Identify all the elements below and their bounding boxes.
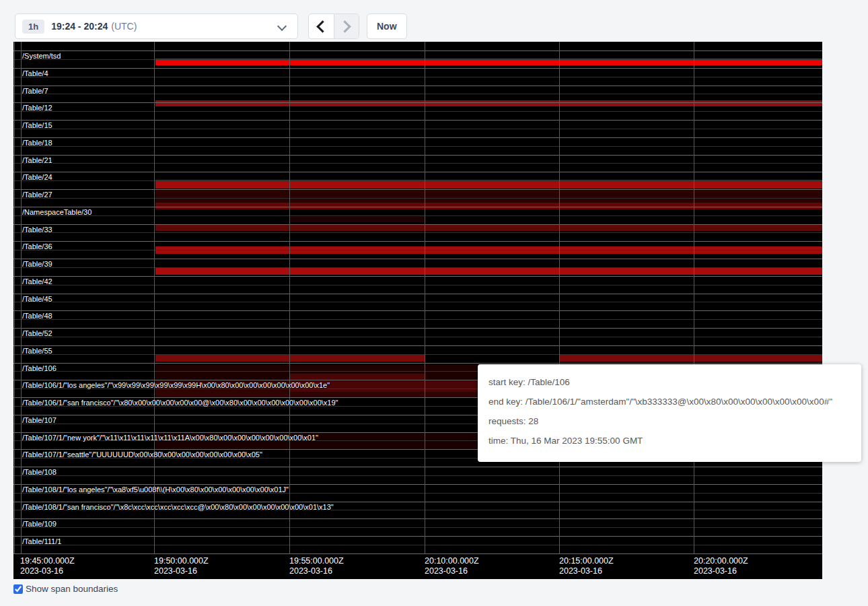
row-label: /Table/15 <box>22 121 52 129</box>
tooltip-end-key: end key: /Table/106/1/"amsterdam"/"\xb33… <box>489 397 851 407</box>
heatmap-band[interactable] <box>289 374 425 380</box>
span-boundary-line <box>13 68 822 69</box>
time-nav-group <box>308 13 359 39</box>
row-label: /Table/52 <box>22 329 52 337</box>
span-sub-boundary-line <box>13 527 822 528</box>
span-sub-boundary-line <box>13 163 822 164</box>
row-label: /Table/12 <box>22 104 52 112</box>
span-sub-boundary-line <box>13 59 822 60</box>
row-label: /Table/24 <box>22 173 52 181</box>
heatmap-band[interactable] <box>694 267 822 275</box>
heatmap-band[interactable] <box>559 224 694 231</box>
row-label: /Table/45 <box>22 295 52 303</box>
span-sub-boundary-line <box>13 111 822 112</box>
heatmap-band[interactable] <box>155 224 289 231</box>
span-sub-boundary-line <box>13 94 822 94</box>
span-sub-boundary-line <box>13 215 822 216</box>
heatmap-band[interactable] <box>559 354 694 362</box>
heatmap-band[interactable] <box>559 180 694 189</box>
span-boundary-line <box>13 137 822 138</box>
heatmap-band[interactable] <box>425 267 559 275</box>
span-boundary-line <box>13 310 822 311</box>
span-boundary-line <box>13 189 822 190</box>
time-gridline <box>21 42 22 553</box>
heatmap-band[interactable] <box>289 224 425 231</box>
axis-tick-label: 19:55:00.000Z 2023-03-16 <box>289 556 344 576</box>
row-label: /Table/108/1/"los angeles"/"\xa8\xf5\u00… <box>22 485 289 494</box>
row-label: /Table/36 <box>22 242 52 250</box>
span-boundary-line <box>13 259 822 259</box>
span-boundary-line <box>13 467 822 467</box>
heatmap-band[interactable] <box>425 180 559 189</box>
row-label: /Table/42 <box>22 277 52 285</box>
now-button-label: Now <box>377 21 397 32</box>
axis-tick-label: 19:50:00.000Z 2023-03-16 <box>154 556 209 576</box>
time-gridline <box>559 42 560 553</box>
heatmap-band[interactable] <box>289 267 425 275</box>
row-label: /Table/7 <box>22 87 48 95</box>
span-sub-boundary-line <box>13 267 822 268</box>
tooltip-start-key: start key: /Table/106 <box>489 377 851 387</box>
row-label: /Table/106/1/"san francisco"/"\x80\x00\x… <box>22 399 338 407</box>
span-boundary-line <box>13 502 822 502</box>
heatmap-band[interactable] <box>425 224 559 231</box>
span-sub-boundary-line <box>13 77 822 77</box>
heatmap-band[interactable] <box>289 354 425 362</box>
span-sub-boundary-line <box>13 180 822 181</box>
span-sub-boundary-line <box>13 337 822 337</box>
span-boundary-line <box>13 363 822 364</box>
show-span-boundaries-label[interactable]: Show span boundaries <box>26 584 118 594</box>
row-label: /Table/4 <box>22 69 48 77</box>
row-label: /Table/39 <box>22 260 52 268</box>
row-label: /Table/109 <box>22 520 57 528</box>
time-gridline <box>154 42 155 553</box>
row-label: /Table/106/1/"los angeles"/"\x99\x99\x99… <box>22 381 330 389</box>
span-sub-boundary-line <box>13 319 822 320</box>
axis-tick-label: 19:45:00.000Z 2023-03-16 <box>20 556 75 576</box>
heatmap-band[interactable] <box>694 180 822 189</box>
span-boundary-line <box>13 553 822 554</box>
heatmap-band[interactable] <box>425 100 559 106</box>
span-boundary-line <box>13 155 822 156</box>
span-boundary-line <box>13 328 822 329</box>
span-boundary-line <box>13 518 822 519</box>
span-boundary-line <box>13 276 822 277</box>
now-button[interactable]: Now <box>367 13 407 39</box>
row-label: /Table/27 <box>22 191 52 199</box>
heatmap-band[interactable] <box>694 354 822 362</box>
row-label: /System/tsd <box>22 52 61 60</box>
time-gridline <box>694 42 694 553</box>
heatmap-band[interactable] <box>694 100 822 106</box>
time-range-selector[interactable]: 1h 19:24 - 20:24 (UTC) <box>15 13 298 39</box>
show-span-boundaries-checkbox[interactable] <box>13 584 23 594</box>
heatmap-band[interactable] <box>155 100 289 106</box>
row-label: /Table/18 <box>22 139 52 147</box>
heatmap-band[interactable] <box>289 180 425 189</box>
row-label: /Table/106 <box>22 364 57 372</box>
heatmap-band[interactable] <box>155 180 289 189</box>
heatmap-band[interactable] <box>694 224 822 231</box>
chevron-right-icon <box>339 20 351 32</box>
row-label: /Table/108/1/"san francisco"/"\x8c\xcc\x… <box>22 503 334 511</box>
time-gridline <box>425 42 425 553</box>
row-label: /Table/55 <box>22 347 52 355</box>
prev-time-button[interactable] <box>309 14 334 38</box>
span-boundary-line <box>13 50 822 51</box>
key-visualizer-heatmap[interactable]: /System/tsd/Table/4/Table/7/Table/12/Tab… <box>13 42 822 579</box>
time-gridline <box>14 42 15 553</box>
span-sub-boundary-line <box>13 250 822 250</box>
time-range-timezone: (UTC) <box>111 21 137 32</box>
heatmap-band[interactable] <box>155 267 289 275</box>
heatmap-band[interactable] <box>559 267 694 275</box>
heatmap-band[interactable] <box>155 365 289 380</box>
chevron-left-icon <box>316 20 328 32</box>
heatmap-band[interactable] <box>559 100 694 106</box>
span-sub-boundary-line <box>13 129 822 129</box>
heatmap-band[interactable] <box>289 100 425 106</box>
row-label: /Table/48 <box>22 312 52 320</box>
span-boundary-line <box>13 207 822 207</box>
heatmap-band[interactable] <box>155 354 289 362</box>
row-label: /Table/111/1 <box>22 537 61 545</box>
next-time-button[interactable] <box>334 14 359 38</box>
row-label: /Table/21 <box>22 156 52 164</box>
